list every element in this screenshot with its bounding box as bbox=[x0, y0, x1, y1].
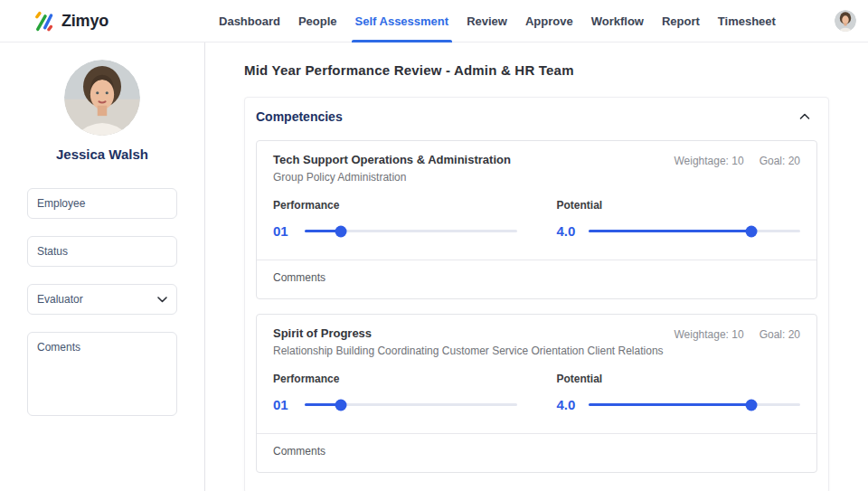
brand-logo[interactable]: Zimyo bbox=[33, 10, 108, 33]
card-head: Tech Support Operations & Administration… bbox=[273, 153, 800, 184]
competency-cards: Tech Support Operations & Administration… bbox=[245, 135, 828, 491]
card-comments-label: Comments bbox=[273, 271, 326, 284]
performance-slider-row: 01 bbox=[273, 397, 517, 412]
potential-block: Potential 4.0 bbox=[557, 373, 801, 412]
performance-label: Performance bbox=[273, 373, 517, 385]
potential-label: Potential bbox=[557, 373, 801, 385]
nav-item-timesheet[interactable]: Timesheet bbox=[709, 0, 785, 42]
evaluator-dropdown[interactable]: Evaluator bbox=[27, 284, 177, 315]
evaluator-dropdown-label: Evaluator bbox=[37, 293, 83, 306]
slider-thumb[interactable] bbox=[335, 399, 346, 411]
slider-thumb[interactable] bbox=[746, 399, 758, 411]
potential-value: 4.0 bbox=[557, 223, 580, 239]
potential-value: 4.0 bbox=[557, 397, 580, 412]
performance-label: Performance bbox=[273, 199, 517, 212]
slider-fill bbox=[589, 403, 752, 406]
potential-label: Potential bbox=[557, 199, 801, 212]
card-meta: Weightage: 10 Goal: 20 bbox=[674, 153, 800, 167]
slider-thumb[interactable] bbox=[335, 225, 346, 237]
card-titles: Spirit of Progress Relationship Building… bbox=[273, 326, 664, 357]
card-comments-input[interactable]: Comments bbox=[257, 433, 816, 472]
goal-value: Goal: 20 bbox=[760, 328, 800, 341]
slider-fill bbox=[589, 230, 752, 232]
status-field-label: Status bbox=[37, 245, 68, 258]
sidebar-fields: Employee Status Evaluator Coments bbox=[27, 188, 177, 416]
weightage-value: Weightage: 10 bbox=[674, 155, 743, 167]
performance-slider-row: 01 bbox=[273, 223, 517, 239]
rating-sliders: Performance 01 bbox=[273, 373, 800, 412]
user-avatar[interactable] bbox=[835, 10, 856, 32]
competencies-title: Competencies bbox=[256, 109, 343, 124]
competencies-panel: Competencies Tech Support Operations & A… bbox=[244, 97, 829, 491]
card-meta: Weightage: 10 Goal: 20 bbox=[674, 326, 800, 341]
performance-block: Performance 01 bbox=[273, 373, 517, 412]
performance-value: 01 bbox=[273, 397, 297, 412]
performance-value: 01 bbox=[273, 223, 297, 239]
brand-name: Zimyo bbox=[61, 12, 108, 31]
competency-title: Tech Support Operations & Administration bbox=[273, 153, 511, 166]
performance-slider[interactable] bbox=[305, 403, 517, 406]
main-nav: Dashboard People Self Assessment Review … bbox=[210, 0, 785, 42]
employee-field[interactable]: Employee bbox=[27, 188, 177, 219]
employee-field-label: Employee bbox=[37, 197, 85, 210]
comments-field[interactable]: Coments bbox=[27, 332, 177, 416]
performance-block: Performance 01 bbox=[273, 199, 517, 239]
competency-card-spirit-of-progress: Spirit of Progress Relationship Building… bbox=[256, 314, 817, 473]
goal-value: Goal: 20 bbox=[760, 155, 800, 167]
potential-slider[interactable] bbox=[589, 403, 801, 406]
review-sidebar: Jessica Walsh Employee Status Evaluator … bbox=[0, 42, 205, 491]
card-body: Spirit of Progress Relationship Building… bbox=[257, 315, 816, 412]
rating-sliders: Performance 01 bbox=[273, 199, 800, 239]
card-head: Spirit of Progress Relationship Building… bbox=[273, 326, 800, 357]
competency-card-tech-support: Tech Support Operations & Administration… bbox=[256, 140, 817, 299]
competency-subtitle: Relationship Building Coordinating Custo… bbox=[273, 345, 664, 357]
profile-photo bbox=[64, 60, 140, 136]
competencies-panel-header: Competencies bbox=[245, 98, 828, 135]
status-field[interactable]: Status bbox=[27, 236, 177, 267]
potential-slider-row: 4.0 bbox=[557, 223, 801, 239]
nav-item-people[interactable]: People bbox=[289, 0, 346, 42]
slider-thumb[interactable] bbox=[746, 225, 758, 237]
nav-item-approve[interactable]: Approve bbox=[516, 0, 582, 42]
card-comments-input[interactable]: Comments bbox=[257, 260, 816, 298]
nav-item-dashboard[interactable]: Dashboard bbox=[210, 0, 289, 42]
potential-slider[interactable] bbox=[589, 230, 801, 232]
nav-item-workflow[interactable]: Workflow bbox=[582, 0, 653, 42]
card-body: Tech Support Operations & Administration… bbox=[257, 141, 816, 239]
nav-item-report[interactable]: Report bbox=[653, 0, 709, 42]
card-comments-label: Comments bbox=[273, 445, 326, 458]
competency-title: Spirit of Progress bbox=[273, 326, 664, 340]
weightage-value: Weightage: 10 bbox=[674, 328, 743, 341]
chevron-down-icon bbox=[157, 297, 167, 303]
content-area: Jessica Walsh Employee Status Evaluator … bbox=[0, 42, 868, 491]
main-panel: Mid Year Performance Review - Admin & HR… bbox=[205, 42, 868, 491]
top-nav-bar: Zimyo Dashboard People Self Assessment R… bbox=[0, 0, 868, 42]
performance-slider[interactable] bbox=[305, 230, 517, 232]
card-titles: Tech Support Operations & Administration… bbox=[273, 153, 511, 184]
nav-item-review[interactable]: Review bbox=[458, 0, 516, 42]
comments-field-label: Coments bbox=[37, 341, 80, 354]
nav-item-self-assessment[interactable]: Self Assessment bbox=[346, 0, 458, 42]
page-title: Mid Year Performance Review - Admin & HR… bbox=[244, 62, 868, 78]
potential-slider-row: 4.0 bbox=[557, 397, 801, 412]
page: Zimyo Dashboard People Self Assessment R… bbox=[0, 0, 868, 491]
employee-name: Jessica Walsh bbox=[56, 146, 148, 162]
potential-block: Potential 4.0 bbox=[557, 199, 801, 239]
zimyo-logo-icon bbox=[33, 10, 55, 33]
competency-subtitle: Group Policy Administration bbox=[273, 171, 511, 184]
chevron-up-icon[interactable] bbox=[797, 111, 812, 122]
